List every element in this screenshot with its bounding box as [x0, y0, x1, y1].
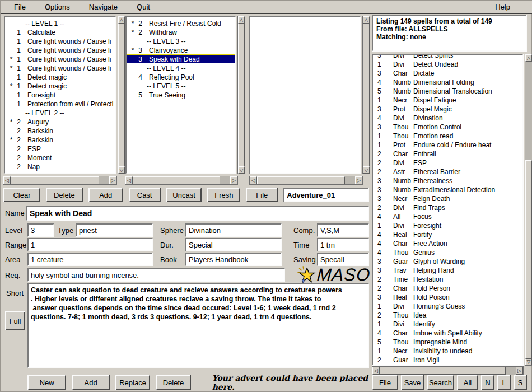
level-header-row[interactable]: -- LEVEL 5 --: [127, 81, 235, 90]
all-spells-row[interactable]: 2ThouIdea: [373, 311, 522, 320]
middle-list-horizontal-scrollbar[interactable]: ◁▷: [125, 176, 238, 185]
components-field[interactable]: V,S,M: [317, 223, 369, 237]
file-actions-button-all[interactable]: All: [457, 375, 478, 390]
sphere-field[interactable]: Divination: [185, 223, 282, 237]
all-spells-row[interactable]: 3DiviDetect Spirits: [373, 54, 522, 60]
scroll-down-icon[interactable]: ▽: [118, 166, 125, 174]
scroll-up-icon[interactable]: △: [118, 16, 125, 24]
name-field[interactable]: Speak with Dead: [26, 206, 369, 221]
scroll-right-icon[interactable]: ▷: [516, 367, 523, 375]
spell-row[interactable]: *1Detect magic: [5, 81, 115, 90]
all-spells-row[interactable]: 2AstrEthereal Barrier: [373, 167, 522, 176]
scroll-down-icon[interactable]: ▽: [363, 166, 370, 174]
scroll-left-icon[interactable]: ◁: [3, 176, 11, 184]
all-spells-row[interactable]: 3TravHelping Hand: [373, 266, 522, 275]
scrollbar-track[interactable]: [11, 176, 109, 184]
requirements-field[interactable]: holy symbol and burning incense.: [27, 268, 285, 282]
scrollbar-track[interactable]: [238, 24, 245, 166]
scrollbar-thumb[interactable]: [238, 24, 245, 166]
short-description-field[interactable]: Caster can ask question to dead creature…: [27, 283, 369, 368]
spell-row[interactable]: *1Cure light wounds / Cause li: [5, 54, 115, 63]
menu-item-options[interactable]: Options: [41, 2, 73, 12]
all-spells-row[interactable]: 3NecrFeign Death: [373, 194, 522, 203]
adventure-file-input[interactable]: Adventure_01: [283, 188, 369, 202]
spell-row[interactable]: *2Barkskin: [5, 135, 115, 144]
toolbar-button-delete[interactable]: Delete: [46, 188, 83, 202]
scrollbar-track[interactable]: [380, 367, 516, 375]
spell-row[interactable]: *2Resist Fire / Resist Cold: [127, 18, 235, 27]
all-spells-row[interactable]: 3HealHold Poison: [373, 293, 522, 302]
scrollbar-track[interactable]: [133, 176, 230, 184]
toolbar-button-fresh[interactable]: Fresh: [207, 188, 240, 202]
spell-row[interactable]: 1Calculate: [5, 27, 115, 36]
all-spells-row[interactable]: 5NumbDimensional Translocation: [373, 87, 522, 96]
scroll-right-icon[interactable]: ▷: [230, 176, 237, 184]
record-button-delete[interactable]: Delete: [156, 375, 190, 390]
level-header-row[interactable]: -- LEVEL 2 --: [5, 108, 115, 117]
all-spells-row[interactable]: 3GuarGlyph of Warding: [373, 257, 522, 266]
all-spells-row[interactable]: 4DiviDivination: [373, 114, 522, 123]
spell-row[interactable]: *3Clairvoyance: [127, 45, 235, 54]
all-spells-row[interactable]: 3ProtDispel Magic: [373, 105, 522, 114]
spellbook-list-level1-2[interactable]: -- LEVEL 1 --1Calculate1Cure light wound…: [4, 16, 116, 174]
level-field[interactable]: 3: [27, 223, 54, 237]
spell-row[interactable]: 4Reflecting Pool: [127, 72, 235, 81]
scroll-right-icon[interactable]: ▷: [109, 176, 116, 184]
area-field[interactable]: 1 creature: [27, 253, 153, 266]
all-spells-row[interactable]: 4ThouGenius: [373, 248, 522, 257]
all-spells-row[interactable]: 2CharEnthrall: [373, 150, 522, 158]
level-header-row[interactable]: -- LEVEL 3 --: [127, 36, 235, 45]
all-spells-row[interactable]: 4AllFocus: [373, 212, 522, 221]
file-actions-button-search[interactable]: Search: [427, 375, 454, 390]
scroll-down-icon[interactable]: ▽: [238, 166, 245, 174]
menu-item-quit[interactable]: Quit: [133, 2, 153, 12]
scrollbar-track[interactable]: [257, 176, 355, 184]
scroll-left-icon[interactable]: ◁: [372, 367, 380, 375]
toolbar-button-cast[interactable]: Cast: [129, 188, 161, 202]
scrollbar-track[interactable]: [525, 62, 532, 358]
spellbook-list-empty[interactable]: [249, 16, 361, 174]
duration-field[interactable]: Special: [185, 238, 282, 251]
spell-row[interactable]: *1Cure light wounds / Cause li: [5, 63, 115, 72]
toolbar-button-clear[interactable]: Clear: [3, 188, 40, 202]
all-spells-row[interactable]: 2DiviESP: [373, 158, 522, 167]
book-field[interactable]: Players Handbook: [185, 253, 282, 266]
all-spells-row[interactable]: 3NumbEtherealness: [373, 176, 522, 185]
file-actions-button-file[interactable]: File: [372, 375, 398, 390]
file-actions-button-save[interactable]: Save: [401, 375, 424, 390]
scroll-left-icon[interactable]: ◁: [250, 176, 257, 184]
all-spells-row[interactable]: 3NumbExtradimensional Detection: [373, 185, 522, 194]
third-list-horizontal-scrollbar[interactable]: ◁▷: [249, 176, 363, 185]
spell-row[interactable]: 3Speak with Dead: [127, 54, 235, 63]
scroll-up-icon[interactable]: △: [525, 54, 532, 62]
spell-row[interactable]: 2ESP: [5, 144, 115, 153]
left-list-horizontal-scrollbar[interactable]: ◁▷: [3, 176, 117, 185]
spellbook-list-level3-5[interactable]: *2Resist Fire / Resist Cold*2Withdraw-- …: [125, 16, 236, 174]
all-spells-row[interactable]: 4CharFree Action: [373, 239, 522, 248]
all-spells-row[interactable]: 2DiviFind Traps: [373, 203, 522, 212]
scrollbar-track[interactable]: [118, 24, 125, 166]
spell-row[interactable]: 2Barkskin: [5, 126, 115, 135]
record-button-new[interactable]: New: [27, 375, 66, 390]
spell-row[interactable]: 5True Seeing: [127, 90, 235, 99]
all-spells-row[interactable]: 1DiviIdentify: [373, 320, 522, 329]
spell-row[interactable]: 1Detect magic: [5, 72, 115, 81]
scroll-left-icon[interactable]: ◁: [125, 176, 133, 184]
spell-row[interactable]: 1Protection from evil / Protecti: [5, 99, 115, 108]
all-spells-horizontal-scrollbar[interactable]: ◁▷: [372, 366, 524, 375]
left-list-vertical-scrollbar[interactable]: △▽: [118, 16, 125, 174]
middle-list-vertical-scrollbar[interactable]: △▽: [237, 16, 245, 174]
toolbar-button-file[interactable]: File: [246, 188, 278, 202]
all-spells-row[interactable]: 4CharImbue with Spell Ability: [373, 329, 522, 338]
spell-row[interactable]: 1Cure light wounds / Cause li: [5, 36, 115, 45]
all-spells-row[interactable]: 3ThouEmotion Control: [373, 123, 522, 132]
scrollbar-track[interactable]: [363, 24, 370, 166]
scrollbar-thumb[interactable]: [11, 176, 99, 184]
toolbar-button-uncast[interactable]: Uncast: [166, 188, 202, 202]
record-button-replace[interactable]: Replace: [115, 375, 150, 390]
scrollbar-thumb[interactable]: [257, 176, 345, 184]
spell-row[interactable]: 1Foresight: [5, 90, 115, 99]
all-spells-row[interactable]: 1DiviHornung's Guess: [373, 302, 522, 311]
spell-row[interactable]: 2Nap: [5, 162, 115, 171]
all-spells-row[interactable]: 4NumbDimensional Folding: [373, 78, 522, 87]
